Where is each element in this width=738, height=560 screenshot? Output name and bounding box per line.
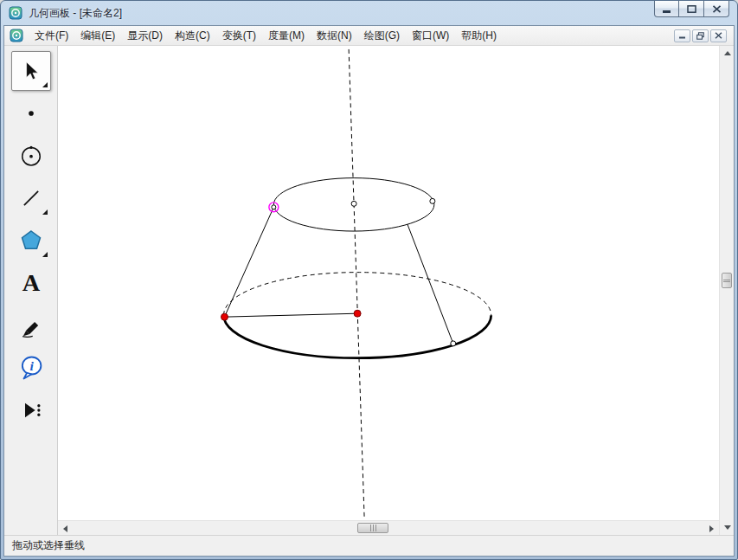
axis-dashed-line[interactable] xyxy=(349,49,364,517)
menu-edit[interactable]: 编辑(E) xyxy=(74,27,121,45)
custom-tool[interactable] xyxy=(11,390,51,430)
svg-text:i: i xyxy=(29,358,34,373)
scroll-down-button[interactable] xyxy=(720,520,735,535)
straightedge-icon xyxy=(20,187,42,209)
mdi-close-button[interactable] xyxy=(710,29,727,42)
mdi-minimize-icon xyxy=(679,37,685,39)
document-icon xyxy=(10,29,23,42)
status-bar: 拖动或选择垂线 xyxy=(4,535,734,556)
marker-tool[interactable] xyxy=(11,306,51,345)
minimize-icon xyxy=(663,10,671,13)
close-icon xyxy=(713,5,720,11)
window-minimize-button[interactable] xyxy=(654,1,679,17)
radius-segment[interactable] xyxy=(224,313,357,317)
information-tool[interactable]: i xyxy=(11,348,51,388)
mdi-restore-icon xyxy=(696,32,704,40)
mdi-minimize-button[interactable] xyxy=(674,29,690,42)
lower-ellipse-back-arc[interactable] xyxy=(223,273,491,316)
vertical-scrollbar-thumb[interactable] xyxy=(722,273,732,288)
selection-arrow-icon xyxy=(20,60,42,82)
left-slant-edge[interactable] xyxy=(224,207,273,317)
marker-icon xyxy=(19,313,43,338)
upper-center-point[interactable] xyxy=(351,201,356,206)
compass-icon xyxy=(18,143,44,169)
polygon-tool[interactable] xyxy=(11,221,51,261)
center-red-point[interactable] xyxy=(354,310,361,317)
mdi-window-controls xyxy=(674,29,728,42)
mdi-close-icon xyxy=(716,33,722,38)
arrow-right-icon xyxy=(709,525,714,532)
scroll-up-button[interactable] xyxy=(720,46,735,61)
application-window: 几何画板 - [未命名2] xyxy=(0,0,738,560)
upper-right-point[interactable] xyxy=(430,198,435,203)
maximize-icon xyxy=(688,5,696,11)
left-red-point[interactable] xyxy=(221,313,228,320)
thumb-grip xyxy=(373,525,374,531)
window-close-button[interactable] xyxy=(704,1,729,17)
menu-graph[interactable]: 绘图(G) xyxy=(358,27,406,45)
flyout-indicator-icon xyxy=(42,82,48,87)
status-text: 拖动或选择垂线 xyxy=(12,538,85,553)
flyout-indicator-icon xyxy=(42,252,48,257)
thumb-grip xyxy=(723,281,730,282)
menu-window[interactable]: 窗口(W) xyxy=(406,27,455,45)
flyout-indicator-icon xyxy=(42,209,48,215)
point-icon xyxy=(20,102,42,125)
menubar: 文件(F) 编辑(E) 显示(D) 构造(C) 变换(T) 度量(M) 数据(N… xyxy=(4,26,734,46)
menu-display[interactable]: 显示(D) xyxy=(121,27,169,45)
scroll-right-button[interactable] xyxy=(704,521,719,536)
polygon-icon xyxy=(18,228,44,254)
arrow-up-icon xyxy=(724,51,731,55)
svg-text:A: A xyxy=(22,269,40,296)
straightedge-tool[interactable] xyxy=(11,178,51,218)
text-icon: A xyxy=(16,268,46,298)
geometry-svg[interactable] xyxy=(58,46,719,520)
text-tool[interactable]: A xyxy=(11,263,51,303)
mdi-restore-button[interactable] xyxy=(692,29,709,42)
selection-arrow-tool[interactable] xyxy=(11,51,51,91)
arrow-left-icon xyxy=(63,525,67,532)
window-title: 几何画板 - [未命名2] xyxy=(29,6,122,21)
custom-tool-icon xyxy=(19,398,43,422)
horizontal-scrollbar[interactable] xyxy=(58,520,719,535)
sketch-canvas[interactable] xyxy=(58,46,719,520)
menu-help[interactable]: 帮助(H) xyxy=(455,27,503,45)
window-controls xyxy=(654,1,729,17)
thumb-grip xyxy=(370,525,371,531)
app-icon xyxy=(9,6,22,20)
menu-construct[interactable]: 构造(C) xyxy=(169,27,216,45)
information-icon: i xyxy=(18,355,44,381)
tool-palette: A i xyxy=(4,46,58,535)
menu-measure[interactable]: 度量(M) xyxy=(262,27,311,45)
point-tool[interactable] xyxy=(11,93,51,133)
horizontal-scrollbar-thumb[interactable] xyxy=(357,523,388,533)
content: A i xyxy=(4,46,734,535)
menu-transform[interactable]: 变换(T) xyxy=(216,27,262,45)
thumb-grip xyxy=(723,280,730,280)
menu-data[interactable]: 数据(N) xyxy=(311,27,358,45)
compass-tool[interactable] xyxy=(11,136,51,176)
selected-point[interactable] xyxy=(272,205,276,209)
window-maximize-button[interactable] xyxy=(679,1,704,17)
right-slant-edge[interactable] xyxy=(408,224,453,344)
thumb-grip xyxy=(375,525,376,531)
vertical-scrollbar[interactable] xyxy=(719,46,734,535)
titlebar[interactable]: 几何画板 - [未命名2] xyxy=(1,1,737,25)
menu-file[interactable]: 文件(F) xyxy=(29,27,74,45)
lower-right-point[interactable] xyxy=(451,341,456,346)
scroll-left-button[interactable] xyxy=(58,521,73,536)
arrow-down-icon xyxy=(724,525,731,530)
client-area: 文件(F) 编辑(E) 显示(D) 构造(C) 变换(T) 度量(M) 数据(N… xyxy=(3,25,735,557)
